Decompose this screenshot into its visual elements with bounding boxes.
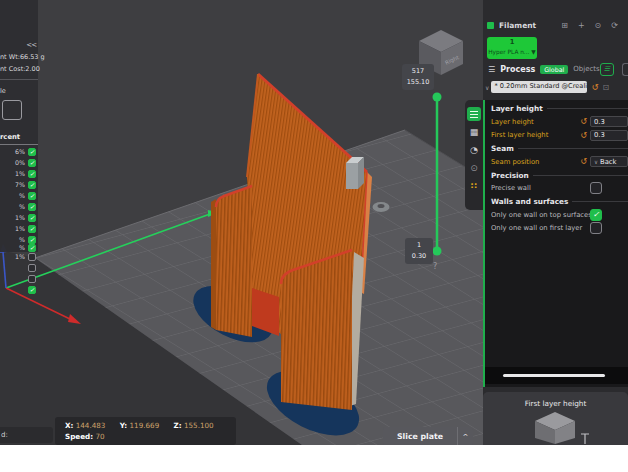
tab-support[interactable]: ⊙ [467,161,481,175]
others-dots-icon: ∷ [471,181,477,191]
left-column-front [216,186,252,337]
tooltip-title: First layer height [483,399,628,408]
one-wall-top-checkbox[interactable]: ✓ [590,209,602,221]
checkbox-checked[interactable]: ✓ [28,192,36,200]
filament-cost-stat: nt Cost:2.00 [0,65,40,73]
bottom-left-cut-panel: d: [0,427,53,443]
coordinates-overlay: X: 144.483 Y: 119.669 Z: 155.100 Speed: … [55,417,236,445]
checkbox-checked[interactable]: ✓ [28,159,36,167]
checkbox-unchecked[interactable] [28,253,36,261]
cut-icon [622,63,628,76]
slice-dropdown-arrow[interactable]: ^ [458,427,473,445]
seam-position-select[interactable]: ∨ Back [590,156,628,167]
gray-ring[interactable] [373,202,390,212]
reset-icon[interactable]: ↺ [580,117,587,126]
checkbox-checked[interactable]: ✓ [28,170,36,178]
chevron-down-icon[interactable]: ▼ [531,49,535,55]
slider-handle-top [433,93,442,102]
section-layer-height: Layer height [485,102,628,115]
x-label: X: [65,421,73,430]
list-item: 1% [0,252,38,261]
speed-label: Speed: [65,432,93,441]
sliders-icon: ☰ [488,65,495,74]
section-seam: Seam [485,142,628,155]
filament-weight-stat: nt Wt:66.53 g [0,53,45,61]
slice-plate-label[interactable]: Slice plate [383,427,457,445]
list-item: %✓ [0,243,38,252]
section-walls: Walls and surfaces [485,195,628,208]
list-item: 1%✓ [0,224,38,233]
divider [0,79,38,80]
save-preset-icon[interactable]: ⊡ [603,83,610,92]
y-value: 119.669 [130,421,160,430]
left-column-side [211,199,216,330]
add-filament-icon[interactable]: + [578,21,585,30]
tab-global[interactable]: Global [540,65,568,74]
slider-bottom-layer: 1 [407,240,431,251]
setting-tooltip: First layer height [483,392,628,445]
filament-slot-number: 1 [487,37,537,48]
list-item: ✓ [0,285,38,294]
layer-height-input[interactable]: 0.3 [590,116,628,127]
list-item: 1%✓ [0,213,38,222]
list-item: 7%✓ [0,180,38,189]
speed-value: 70 [95,432,104,441]
param-seam-position: Seam position ↺ ∨ Back [485,155,628,169]
precise-wall-checkbox[interactable] [590,182,602,194]
process-title: Process [500,65,535,74]
checkbox-checked[interactable]: ✓ [28,244,36,252]
slider-help-icon[interactable]: ? [433,262,437,271]
param-first-layer-height: First layer height ↺ 0.3 [485,129,628,143]
checkbox-checked[interactable]: ✓ [28,214,36,222]
settings-gear-icon[interactable]: ⊙ [595,21,602,30]
slider-bottom-height: 0.30 [407,251,431,262]
slider-top-layer: 517 [404,66,432,77]
one-wall-first-checkbox[interactable] [590,222,602,234]
param-precise-wall: Precise wall [485,182,628,196]
speed-gauge-icon: ◔ [470,145,478,155]
scrollbar-thumb[interactable] [503,374,605,377]
tab-speed[interactable]: ◔ [467,143,481,157]
sync-icon[interactable]: ⟳ [611,21,618,30]
thumbnail-box [2,100,22,120]
checkbox-checked[interactable]: ✓ [28,286,36,294]
filament-title: Filament [499,21,561,30]
section-precision: Precision [485,169,628,182]
tab-strength[interactable]: ▦ [467,125,481,139]
filament-color-icon [487,22,494,29]
advanced-mode-icon[interactable]: ☰ [600,63,614,76]
tooltip-cube-illustration [483,410,628,444]
checkbox-unchecked[interactable] [28,275,36,283]
speed-row: Speed: 70 [65,432,226,441]
chevron-down-icon[interactable]: ∨ [485,84,489,91]
horizontal-scrollbar[interactable] [485,367,628,384]
slice-plate-button[interactable]: Slice plate ^ [383,427,473,445]
viewport-3d[interactable]: Right 517 155.10 1 0.30 ? << nt Wt:66.53… [0,0,483,445]
filament-chip[interactable]: 1 Hyper PLA n... ▼ [487,37,537,59]
reset-icon[interactable]: ↺ [580,157,587,166]
reset-icon[interactable]: ↺ [580,131,587,140]
param-one-wall-top: Only one wall on top surfaces ✓ [485,208,628,222]
grid-icon[interactable]: ⊞ [561,21,568,30]
tab-others[interactable]: ∷ [467,179,481,193]
checkbox-checked[interactable]: ✓ [28,225,36,233]
checkbox-unchecked[interactable] [28,264,36,272]
slider-handle-bottom [433,247,442,256]
checkbox-checked[interactable]: ✓ [28,203,36,211]
reset-preset-icon[interactable]: ↺ [591,82,598,92]
first-layer-height-input[interactable]: 0.3 [590,130,628,141]
collapse-panel-button[interactable]: << [26,41,36,49]
checkbox-checked[interactable]: ✓ [28,181,36,189]
list-item [0,274,38,283]
process-row: ☰ Process Global Objects ☰ [483,61,628,77]
divider [0,144,38,145]
checkbox-checked[interactable]: ✓ [28,148,36,156]
tab-objects[interactable]: Objects [573,65,599,73]
tab-quality[interactable] [467,107,481,121]
support-gear-icon: ⊙ [470,163,478,173]
preset-select[interactable]: * 0.20mm Standard @Creality Ender-3 ... [491,81,587,93]
list-item: 1%✓ [0,169,38,178]
gray-peg[interactable] [346,157,364,189]
z-value: 155.100 [184,421,214,430]
list-item: 0%✓ [0,158,38,167]
